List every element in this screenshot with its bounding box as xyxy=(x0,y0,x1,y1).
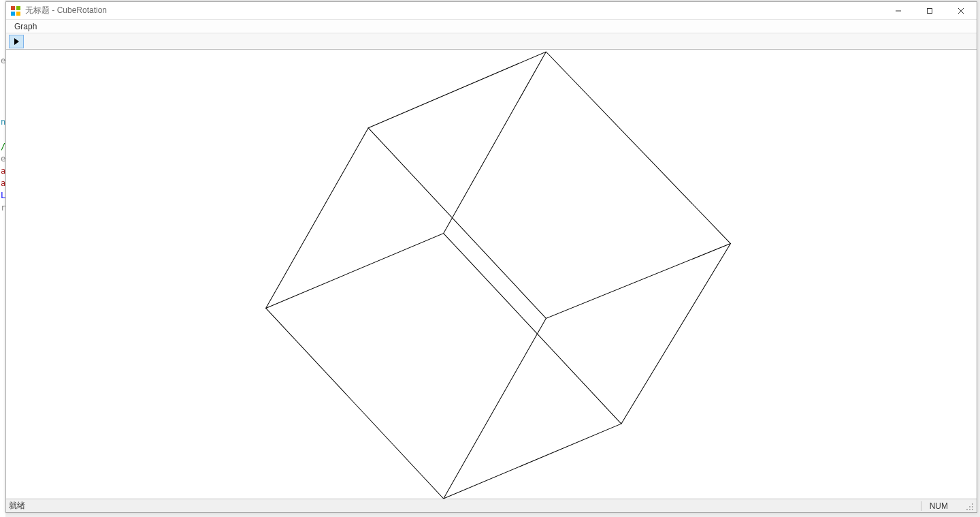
resize-grip[interactable] xyxy=(964,501,974,511)
minimize-button[interactable] xyxy=(883,2,914,19)
maximize-button[interactable] xyxy=(914,2,945,19)
numlock-indicator: NUM xyxy=(921,501,956,511)
status-ready: 就绪 xyxy=(9,500,25,512)
window-title: 无标题 - CubeRotation xyxy=(25,5,107,16)
background-editor-gutter: e n / e a a L r xyxy=(0,0,5,517)
status-right: NUM xyxy=(921,501,974,511)
menu-graph[interactable]: Graph xyxy=(10,20,41,33)
resize-grip-icon xyxy=(966,503,974,511)
svg-line-11 xyxy=(266,128,369,309)
svg-line-12 xyxy=(444,52,546,234)
app-icon xyxy=(10,5,21,16)
menubar: Graph xyxy=(6,20,977,33)
play-icon xyxy=(14,38,19,45)
statusbar: 就绪 NUM xyxy=(6,499,977,512)
close-button[interactable] xyxy=(945,2,977,19)
app-window: 无标题 - CubeRotation Graph xyxy=(5,1,977,513)
svg-marker-8 xyxy=(14,38,19,45)
titlebar-controls xyxy=(883,2,977,19)
toolbar xyxy=(6,33,977,50)
close-icon xyxy=(958,7,964,14)
drawing-canvas[interactable] xyxy=(6,50,977,499)
titlebar-left: 无标题 - CubeRotation xyxy=(10,5,107,16)
svg-point-20 xyxy=(972,509,973,510)
svg-rect-1 xyxy=(16,6,20,10)
maximize-icon xyxy=(926,7,933,14)
play-button[interactable] xyxy=(9,35,24,48)
svg-point-17 xyxy=(972,506,973,507)
svg-point-16 xyxy=(969,506,970,507)
svg-line-14 xyxy=(444,318,546,499)
svg-line-13 xyxy=(621,244,731,424)
cube-wireframe xyxy=(6,50,977,499)
svg-point-15 xyxy=(972,503,973,505)
svg-rect-0 xyxy=(11,6,15,10)
svg-point-18 xyxy=(966,509,968,510)
svg-marker-10 xyxy=(368,52,730,318)
svg-rect-3 xyxy=(16,12,20,16)
svg-rect-5 xyxy=(928,8,932,13)
svg-marker-9 xyxy=(266,234,621,499)
svg-rect-2 xyxy=(11,12,15,16)
titlebar[interactable]: 无标题 - CubeRotation xyxy=(6,2,977,20)
minimize-icon xyxy=(895,7,902,14)
svg-point-19 xyxy=(969,509,970,510)
